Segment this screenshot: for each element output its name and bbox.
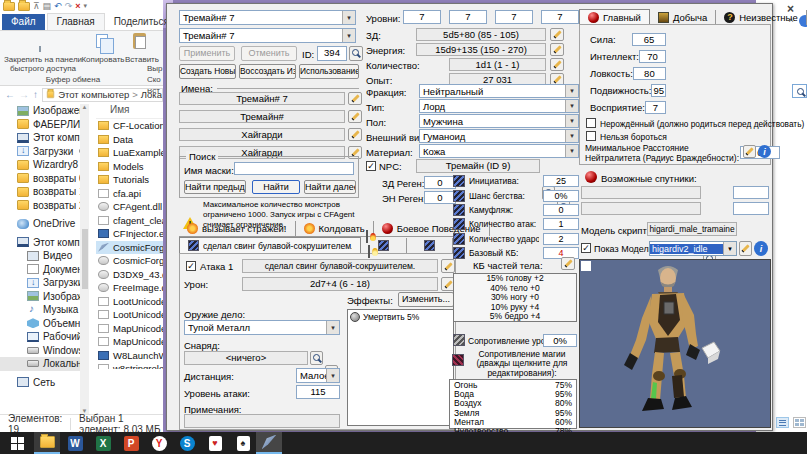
taskbar-excel-icon[interactable]: X: [90, 432, 116, 454]
taskbar-skype-icon[interactable]: S: [174, 432, 200, 454]
edit-pencil-icon[interactable]: [348, 92, 362, 105]
sidebar-item[interactable]: Загрузки: [0, 276, 80, 290]
attack-level-input[interactable]: 115: [296, 385, 340, 399]
type-dropdown[interactable]: Лорд: [419, 99, 579, 113]
qat-dropdown-icon[interactable]: ▾: [83, 1, 87, 11]
sidebar-item[interactable]: Музыка: [0, 303, 80, 317]
taskbar-cosmicforge-icon[interactable]: [256, 432, 282, 454]
level-input[interactable]: 7: [541, 10, 579, 24]
min-distance-info-icon[interactable]: [758, 145, 771, 158]
taskbar-powerpoint-icon[interactable]: P: [118, 432, 144, 454]
scrollbar-thumb[interactable]: [82, 229, 88, 289]
undo-icon[interactable]: ↶: [54, 1, 62, 11]
properties-icon[interactable]: ▤: [43, 1, 52, 11]
apply-button[interactable]: Применить: [179, 46, 235, 61]
taskbar-word-icon[interactable]: W: [62, 432, 88, 454]
nofight-checkbox[interactable]: [586, 131, 596, 141]
file-row[interactable]: w8stringroles.us...: [96, 362, 163, 369]
attack-name-field[interactable]: сделал свинг булавой-сокрушителем.: [242, 259, 438, 273]
projectile-field[interactable]: <ничего>: [184, 351, 308, 365]
file-row[interactable]: CosmicForgeU.e...: [96, 241, 163, 255]
file-row[interactable]: CFInjector.exe: [96, 227, 163, 241]
sidebar-item[interactable]: возвраты 19.11.: [0, 185, 80, 199]
edit-pencil-icon[interactable]: [550, 58, 564, 71]
mask-input[interactable]: [234, 162, 354, 175]
sidebar-item[interactable]: Windows 10 (C:): [0, 344, 80, 358]
file-row[interactable]: Data: [96, 133, 163, 147]
name-field[interactable]: Тремайн# 7: [179, 92, 345, 105]
file-row[interactable]: cfa.api: [96, 187, 163, 201]
right-panel-tab[interactable]: Добыча: [650, 10, 716, 25]
taskbar-cards-icon[interactable]: ♥: [202, 432, 228, 454]
id-search-icon[interactable]: [349, 46, 363, 61]
min-distance-pencil-icon[interactable]: [743, 145, 756, 158]
effects-listbox[interactable]: Умертвить 5%: [347, 309, 454, 426]
damage-field[interactable]: 2d7+4 (6 - 18): [242, 277, 438, 291]
attribute-input[interactable]: 95: [651, 84, 666, 97]
file-row[interactable]: cfagent_clean.lu...: [96, 214, 163, 228]
name-field[interactable]: Хайгарди: [179, 128, 345, 141]
paste-button[interactable]: Вставить: [124, 55, 160, 64]
sidebar-item[interactable]: Рабочий стол: [0, 330, 80, 344]
stat-input[interactable]: 0%: [543, 190, 579, 202]
file-row[interactable]: CFAgent.dll: [96, 200, 163, 214]
sidebar-item[interactable]: Изображени: [0, 104, 80, 118]
companion-count-2[interactable]: [733, 202, 769, 215]
body-ac-row[interactable]: 5% бедро +4: [454, 312, 576, 322]
recreate-from-button[interactable]: Воссоздать Из...: [239, 64, 296, 79]
sidebar-item[interactable]: OneDrive: [0, 217, 80, 231]
show-model-info-icon[interactable]: [754, 241, 768, 256]
level-input[interactable]: 7: [403, 10, 441, 24]
change-effects-button[interactable]: Изменить...: [398, 292, 454, 307]
create-new-button[interactable]: Создать Новый...: [179, 64, 236, 79]
distance-dropdown[interactable]: Малое: [296, 368, 340, 383]
attribute-input[interactable]: 80: [633, 67, 666, 80]
gender-dropdown[interactable]: Мужчина: [419, 114, 579, 128]
material-dropdown[interactable]: Кожа: [419, 144, 579, 158]
redo-icon[interactable]: ↷: [65, 1, 73, 11]
delete-icon[interactable]: ×: [75, 1, 80, 11]
thumbnails-view-icon[interactable]: [793, 417, 806, 428]
taskbar-card-game-icon[interactable]: ♠: [230, 432, 256, 454]
edit-pencil-icon[interactable]: [441, 259, 455, 273]
show-model-dropdown[interactable]: higardiv2_idle: [649, 241, 737, 256]
paste-icon[interactable]: [133, 33, 146, 49]
npc-checkbox[interactable]: [366, 161, 376, 171]
npc-field[interactable]: Тремайн (ID 9): [416, 159, 540, 173]
edit-pencil-icon[interactable]: [550, 28, 564, 41]
ability-tab[interactable]: вызывает стражей!: [179, 221, 296, 236]
copy-button[interactable]: Копировать: [80, 55, 126, 64]
companion-field-1[interactable]: [581, 186, 701, 199]
up-icon[interactable]: ↑: [33, 89, 38, 100]
effect-item[interactable]: Умертвить 5%: [348, 310, 453, 324]
details-view-icon[interactable]: [776, 417, 789, 428]
file-row[interactable]: D3DX9_43.dll: [96, 268, 163, 282]
start-button[interactable]: [4, 432, 30, 454]
sidebar-item[interactable]: Сеть: [0, 376, 80, 390]
sidebar-item[interactable]: Видео: [0, 249, 80, 263]
ribbon-tab[interactable]: Файл: [2, 14, 45, 30]
sidebar-item[interactable]: Объемные объ: [0, 317, 80, 331]
stat-input[interactable]: 2: [543, 233, 579, 245]
taskbar-explorer-icon[interactable]: [34, 432, 60, 454]
ribbon-tab[interactable]: Главная: [47, 13, 105, 30]
back-icon[interactable]: ←: [5, 89, 15, 100]
damage-resist-input[interactable]: 0%: [543, 334, 577, 347]
pin-qat-icon[interactable]: ⊼: [33, 1, 40, 11]
file-row[interactable]: Tutorials: [96, 173, 163, 187]
edit-pencil-icon[interactable]: [550, 43, 564, 56]
file-row[interactable]: MapUnicodeNa...: [96, 322, 163, 336]
weapon-type-dropdown[interactable]: Тупой Металл: [184, 320, 340, 335]
companion-count-1[interactable]: [733, 186, 769, 199]
stat-input[interactable]: 1: [543, 218, 579, 230]
copy-icon[interactable]: [96, 34, 108, 48]
column-header-name[interactable]: Имя: [96, 104, 163, 119]
file-row[interactable]: LootUnicodeNa...: [96, 295, 163, 309]
show-model-checkbox[interactable]: [581, 243, 591, 253]
file-row[interactable]: LootUnicodeNa...: [96, 308, 163, 322]
file-row[interactable]: CF-Location-Un...: [96, 119, 163, 133]
sidebar-item[interactable]: Этот компьюс: [0, 131, 80, 145]
name-field[interactable]: Тремайн#: [179, 110, 345, 123]
stat-input[interactable]: 0: [543, 204, 579, 216]
hp-regen-input[interactable]: 0: [424, 176, 456, 189]
